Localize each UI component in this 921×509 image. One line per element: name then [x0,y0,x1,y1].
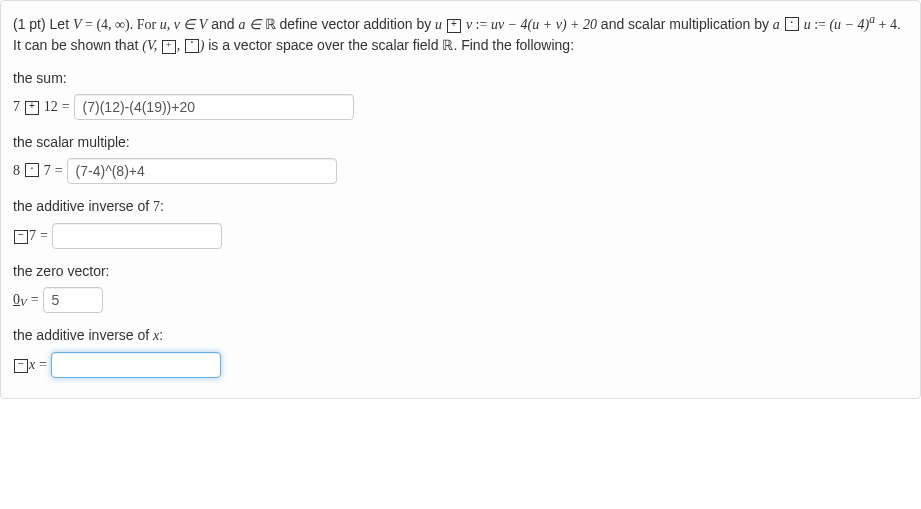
row-sum: 7 12 = [13,94,908,120]
row-zero: 0V = [13,287,908,313]
equals: = [55,163,63,178]
inv7-lhs: 7 = [13,227,48,245]
label-invx: the additive inverse of x: [13,327,908,344]
invx-lhs: x = [13,356,47,374]
add-rhs: uv − 4(u + v) + 20 [491,17,597,32]
label-inv7: the additive inverse of 7: [13,198,908,215]
equals: = [31,292,39,307]
boxdot-icon [25,163,39,177]
num-12: 12 [44,99,58,114]
var-u: u [435,17,442,32]
sum-input[interactable] [74,94,354,120]
problem-container: (1 pt) Let V = (4, ∞). For u, v ∈ V and … [0,0,921,399]
triple: (V, , ) [142,38,204,53]
boxplus-icon [162,40,176,54]
row-invx: x = [13,352,908,378]
equals: = [62,99,70,114]
var-a-in: a ∈ [239,17,265,32]
boxminus-icon [14,359,28,373]
boxdot-icon [785,17,799,31]
zero-lhs: 0V = [13,291,39,308]
text: define vector addition by [276,16,436,32]
var-x: x [29,357,35,372]
row-inv7: 7 = [13,223,908,249]
var-u2: u [804,17,811,32]
boxdot-icon [185,39,199,53]
label-zero: the zero vector: [13,263,908,279]
text: := [811,17,830,32]
scalar-rhs-base: (u − 4)a + 4 [829,17,897,32]
equals: = [39,357,47,372]
problem-statement: (1 pt) Let V = (4, ∞). For u, v ∈ V and … [13,11,908,56]
num-7: 7 [44,163,51,178]
zero-sub: V [20,296,27,308]
text: := [472,17,491,32]
text: is a vector space over the scalar field [204,37,442,53]
text: (1 pt) Let [13,16,73,32]
text: and scalar multiplication by [597,16,773,32]
label-sum: the sum: [13,70,908,86]
zero-input[interactable] [43,287,103,313]
tail: + 4 [875,17,897,32]
boxplus-icon [25,101,39,115]
num-8: 8 [13,163,20,178]
var-a: a [773,17,780,32]
label-scalar: the scalar multiple: [13,134,908,150]
boxminus-icon [14,230,28,244]
num-7: 7 [13,99,20,114]
base: (u − 4) [829,17,869,32]
num-7: 7 [29,228,36,243]
vars-uv: u, v ∈ V [160,17,208,32]
zero-sym: 0 [13,292,20,307]
invx-input[interactable] [51,352,221,378]
row-scalar: 8 7 = [13,158,908,184]
boxplus-icon [447,19,461,33]
set-R2: ℝ [442,38,453,53]
text: = (4, ∞). For [81,17,159,32]
set-R: ℝ [265,17,276,32]
scalar-lhs: 8 7 = [13,162,63,179]
inv7-input[interactable] [52,223,222,249]
text: and [207,16,238,32]
equals: = [40,228,48,243]
text: . Find the following: [453,37,574,53]
sum-lhs: 7 12 = [13,98,70,116]
scalar-input[interactable] [67,158,337,184]
